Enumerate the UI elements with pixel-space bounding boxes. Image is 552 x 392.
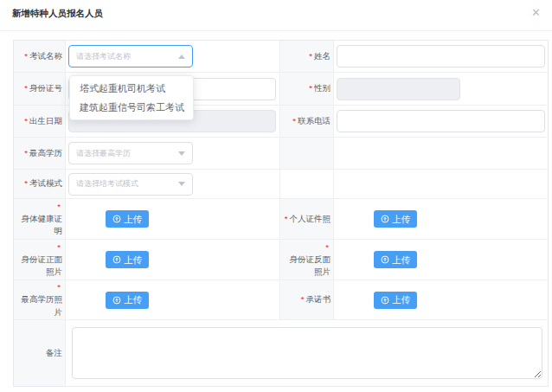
remark-label: 备注 [14,320,66,386]
required-star: * [292,115,296,127]
required-star: * [24,82,28,94]
id-card-front-upload-button[interactable]: 上传 [106,251,149,268]
exam-name-cell: 请选择考试名称 [66,41,280,73]
remark-cell [66,320,548,386]
personal-id-photo-label: *个人证件照 [280,199,334,240]
education-cell: 请选择最高学历 [66,138,280,170]
upload-icon [112,296,121,305]
education-photo-upload-button[interactable]: 上传 [106,292,149,309]
required-star: * [325,241,329,254]
required-star: * [57,201,61,213]
commitment-letter-upload-button[interactable]: 上传 [374,292,417,309]
required-star: * [57,281,61,293]
required-star: * [24,115,28,127]
empty-label-cell [280,138,334,170]
exam-name-label: *考试名称 [14,41,66,73]
full-name-input[interactable] [337,45,545,67]
id-card-back-upload-button[interactable]: 上传 [374,251,417,268]
required-star: * [24,50,28,62]
birth-date-label: *出生日期 [14,106,66,138]
id-card-back-cell: 上传 [334,240,548,280]
chevron-down-icon [178,182,185,186]
upload-icon [381,255,389,264]
empty-content-cell [334,170,548,199]
full-name-cell [334,41,548,73]
commitment-letter-label: *承诺书 [280,280,334,320]
dialog-header: 新增特种人员报名人员 ✕ [0,0,552,31]
chevron-up-icon [178,55,185,59]
exam-mode-label: *考试模式 [14,170,66,199]
exam-name-dropdown-panel: 塔式起重机司机考试 建筑起重信号司索工考试 [69,75,194,120]
exam-name-select[interactable]: 请选择考试名称 [68,45,193,67]
required-star: * [309,50,312,62]
gender-cell [334,73,548,106]
close-icon[interactable]: ✕ [531,7,541,18]
dialog-title: 新增特种人员报名人员 [12,8,103,20]
gender-label: *性别 [280,73,334,106]
upload-icon [381,215,389,223]
phone-input[interactable] [337,110,545,132]
id-card-back-label: *身份证反面照片 [280,240,334,280]
required-star: * [285,213,288,225]
upload-icon [112,215,121,223]
exam-mode-placeholder: 请选择培考试模式 [76,178,138,190]
empty-label-cell [280,170,334,199]
health-certificate-cell: 上传 [66,199,280,240]
id-card-front-label: *身份证正面照片 [14,240,66,280]
required-star: * [57,241,61,254]
health-certificate-upload-button[interactable]: 上传 [106,210,149,228]
gender-input [337,78,460,100]
exam-mode-cell: 请选择培考试模式 [66,170,280,199]
exam-name-placeholder: 请选择考试名称 [76,51,131,62]
upload-icon [381,296,389,305]
phone-label: *联系电话 [280,106,334,138]
full-name-label: *姓名 [280,41,334,73]
education-photo-label: *最高学历照片 [14,280,66,320]
upload-icon [112,255,121,264]
education-select[interactable]: 请选择最高学历 [68,142,193,164]
education-label: *最高学历 [14,138,66,170]
id-number-label: *身份证号 [14,73,66,106]
required-star: * [24,147,28,159]
phone-cell [334,106,548,138]
exam-mode-select[interactable]: 请选择培考试模式 [68,173,193,196]
empty-content-cell [334,138,548,170]
remark-textarea[interactable] [72,327,542,379]
required-star: * [309,82,312,94]
health-certificate-label: *身体健康证明 [14,199,66,240]
personal-id-photo-cell: 上传 [334,199,548,240]
education-placeholder: 请选择最高学历 [76,148,131,159]
chevron-down-icon [178,151,185,156]
education-photo-cell: 上传 [66,280,280,320]
id-card-front-cell: 上传 [66,240,280,280]
dropdown-option-signal-worker[interactable]: 建筑起重信号司索工考试 [70,98,193,117]
dropdown-option-tower-crane[interactable]: 塔式起重机司机考试 [70,79,193,98]
commitment-letter-cell: 上传 [334,280,548,320]
personal-id-photo-upload-button[interactable]: 上传 [374,210,417,228]
required-star: * [24,177,28,190]
required-star: * [301,293,305,305]
